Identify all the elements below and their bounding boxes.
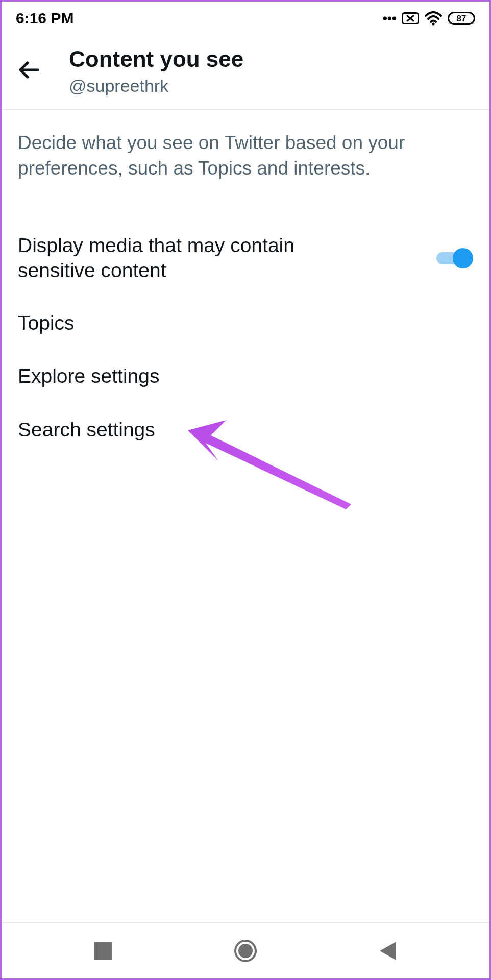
svg-rect-7 <box>94 942 112 960</box>
system-nav-bar <box>2 922 489 978</box>
topics-row[interactable]: Topics <box>18 297 473 350</box>
search-settings-label: Search settings <box>18 418 473 443</box>
back-button[interactable] <box>14 55 44 85</box>
sensitive-media-label: Display media that may contain sensitive… <box>18 233 334 283</box>
page-subtitle: @supreethrk <box>69 74 243 99</box>
topics-label: Topics <box>18 311 473 336</box>
explore-settings-label: Explore settings <box>18 364 473 389</box>
svg-point-9 <box>238 944 253 958</box>
home-button[interactable] <box>215 936 276 966</box>
more-dots-icon: ••• <box>383 11 397 27</box>
arrow-left-icon <box>17 58 41 82</box>
system-back-button[interactable] <box>357 936 419 966</box>
content: Decide what you see on Twitter based on … <box>2 110 489 457</box>
page-description: Decide what you see on Twitter based on … <box>18 130 473 181</box>
svg-point-3 <box>432 23 435 26</box>
wifi-icon <box>424 11 443 26</box>
status-time: 6:16 PM <box>16 10 73 27</box>
square-icon <box>94 942 112 960</box>
battery-icon: 87 <box>448 12 475 25</box>
svg-marker-10 <box>380 942 396 960</box>
app-header: Content you see @supreethrk <box>2 32 489 110</box>
sensitive-media-toggle[interactable] <box>436 248 473 268</box>
explore-settings-row[interactable]: Explore settings <box>18 350 473 403</box>
recent-apps-button[interactable] <box>72 936 134 966</box>
triangle-left-icon <box>380 942 396 960</box>
sensitive-media-row[interactable]: Display media that may contain sensitive… <box>18 220 473 297</box>
page-title: Content you see <box>69 46 243 72</box>
toggle-knob <box>453 248 473 268</box>
status-icons: ••• 87 <box>383 11 475 27</box>
circle-icon <box>234 939 257 963</box>
header-text: Content you see @supreethrk <box>69 46 243 98</box>
svg-text:87: 87 <box>457 14 467 23</box>
volte-box-icon <box>402 12 419 24</box>
search-settings-row[interactable]: Search settings <box>18 403 473 457</box>
status-bar: 6:16 PM ••• 87 <box>2 2 489 32</box>
